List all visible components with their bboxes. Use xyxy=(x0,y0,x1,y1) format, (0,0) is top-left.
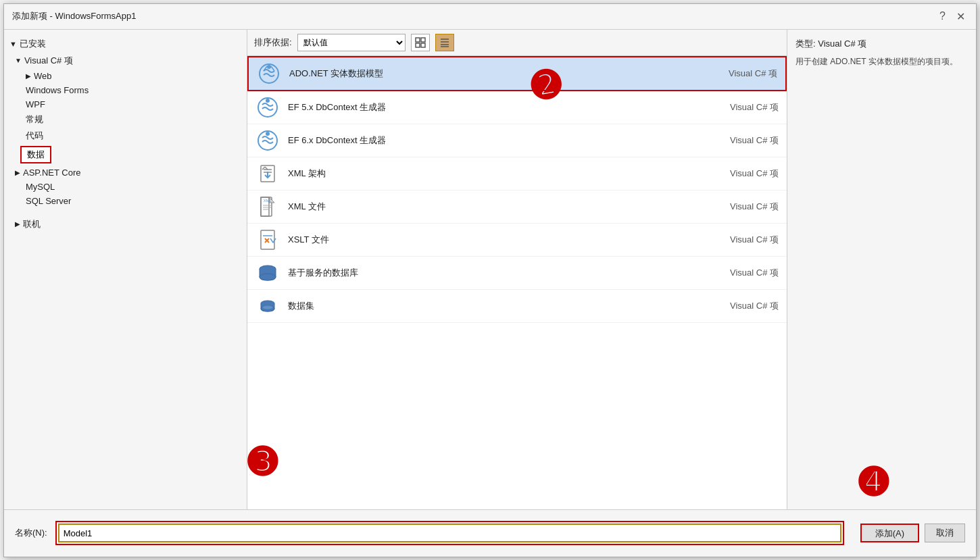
item-category-xslt: Visual C# 项 xyxy=(697,234,779,246)
items-list: ADO.NET 实体数据模型 Visual C# 项 EF 5.x DbCont… xyxy=(247,56,787,509)
code-label: 代码 xyxy=(26,130,43,141)
item-name-ef5: EF 5.x DbContext 生成器 xyxy=(288,101,689,113)
svg-point-29 xyxy=(260,274,276,280)
type-label: 类型: xyxy=(795,39,816,49)
bottom-buttons: 添加(A) 取消 xyxy=(860,524,965,542)
right-panel-type: 类型: Visual C# 项 xyxy=(795,38,968,50)
item-row-ado[interactable]: ADO.NET 实体数据模型 Visual C# 项 xyxy=(247,56,787,91)
service-db-icon xyxy=(255,261,280,285)
add-new-item-dialog: 添加新项 - WindowsFormsApp1 ? ✕ ▼ 已安装 ▼ Visu… xyxy=(3,3,977,557)
center-panel: 排序依据: 默认值 名称 类型 xyxy=(247,30,787,509)
web-label: Web xyxy=(34,71,52,81)
name-input-wrapper xyxy=(55,521,844,545)
item-row-xml-schema[interactable]: XML 架构 Visual C# 项 xyxy=(247,157,787,190)
grid-icon xyxy=(415,37,426,48)
type-value: Visual C# 项 xyxy=(818,39,866,49)
aspnet-arrow-icon: ▶ xyxy=(15,169,20,176)
dialog-title: 添加新项 - WindowsFormsApp1 xyxy=(12,10,136,22)
item-category-dataset: Visual C# 项 xyxy=(697,300,779,312)
dataset-icon xyxy=(255,294,280,318)
web-arrow-icon: ▶ xyxy=(26,72,31,80)
item-category-ef6: Visual C# 项 xyxy=(697,134,779,147)
item-category-xml-file: Visual C# 项 xyxy=(697,201,779,213)
online-label: 联机 xyxy=(23,218,41,230)
list-icon xyxy=(439,37,450,48)
sql-server-label: SQL Server xyxy=(26,196,71,206)
item-name-xslt: XSLT 文件 xyxy=(288,234,689,246)
sidebar-code[interactable]: 代码 xyxy=(4,128,247,144)
sidebar-general[interactable]: 常规 xyxy=(4,111,247,128)
sidebar-data[interactable]: 数据 xyxy=(20,146,51,163)
item-row-ef5[interactable]: EF 5.x DbContext 生成器 Visual C# 项 xyxy=(247,91,787,124)
item-name-dataset: 数据集 xyxy=(288,300,689,312)
sidebar-web[interactable]: ▶ Web xyxy=(4,69,247,83)
sort-select[interactable]: 默认值 名称 类型 xyxy=(297,34,406,51)
sort-label: 排序依据: xyxy=(254,36,292,49)
svg-text:XML: XML xyxy=(264,199,272,203)
sidebar-aspnet-core[interactable]: ▶ ASP.NET Core xyxy=(4,166,247,180)
item-category-service-db: Visual C# 项 xyxy=(697,267,779,279)
sidebar-data-container: 数据 xyxy=(4,144,247,166)
list-view-button[interactable] xyxy=(435,34,454,51)
sidebar-sql-server[interactable]: SQL Server xyxy=(4,194,247,208)
titlebar-controls: ? ✕ xyxy=(937,10,968,23)
sidebar-installed-header[interactable]: ▼ 已安装 xyxy=(4,35,247,53)
aspnet-label: ASP.NET Core xyxy=(23,168,81,178)
right-panel: 类型: Visual C# 项 用于创建 ADO.NET 实体数据模型的项目项。 xyxy=(787,30,976,509)
right-panel-description: 用于创建 ADO.NET 实体数据模型的项目项。 xyxy=(795,55,968,68)
item-name-service-db: 基于服务的数据库 xyxy=(288,267,689,279)
item-category-xml-schema: Visual C# 项 xyxy=(697,168,779,180)
svg-rect-2 xyxy=(416,43,420,47)
close-button[interactable]: ✕ xyxy=(954,10,968,23)
wpf-label: WPF xyxy=(26,99,45,109)
xml-file-icon: XML xyxy=(255,195,280,219)
xslt-icon xyxy=(255,228,280,252)
item-category-ef5: Visual C# 项 xyxy=(697,101,779,113)
main-content: ▼ 已安装 ▼ Visual C# 项 ▶ Web Windows Forms … xyxy=(4,30,976,509)
windows-forms-label: Windows Forms xyxy=(26,85,89,95)
sidebar-wpf[interactable]: WPF xyxy=(4,97,247,111)
sidebar-visual-csharp[interactable]: ▼ Visual C# 项 xyxy=(4,53,247,69)
bottom-bar: 名称(N): 添加(A) 取消 xyxy=(4,509,976,557)
svg-point-13 xyxy=(266,132,270,136)
general-label: 常规 xyxy=(26,114,43,124)
svg-rect-0 xyxy=(416,38,420,42)
visual-csharp-arrow-icon: ▼ xyxy=(15,57,22,64)
item-row-ef6[interactable]: EF 6.x DbContext 生成器 Visual C# 项 xyxy=(247,124,787,157)
sidebar-online[interactable]: ▶ 联机 xyxy=(4,216,247,232)
svg-point-9 xyxy=(267,65,271,69)
item-category-ado: Visual C# 项 xyxy=(696,68,777,80)
xml-schema-icon xyxy=(255,161,280,186)
ef5-icon xyxy=(255,95,280,120)
visual-csharp-label: Visual C# 项 xyxy=(24,55,73,67)
item-name-xml-schema: XML 架构 xyxy=(288,168,689,180)
sidebar: ▼ 已安装 ▼ Visual C# 项 ▶ Web Windows Forms … xyxy=(4,30,247,509)
item-name-xml-file: XML 文件 xyxy=(288,201,689,213)
item-name-ado: ADO.NET 实体数据模型 xyxy=(289,68,688,80)
name-label: 名称(N): xyxy=(15,527,47,539)
installed-label: 已安装 xyxy=(20,38,46,50)
grid-view-button[interactable] xyxy=(411,34,430,51)
name-input[interactable] xyxy=(58,524,841,542)
svg-rect-3 xyxy=(421,43,425,47)
ado-icon xyxy=(257,61,281,86)
toolbar: 排序依据: 默认值 名称 类型 xyxy=(247,30,787,56)
sidebar-mysql[interactable]: MySQL xyxy=(4,180,247,194)
svg-point-32 xyxy=(262,305,273,309)
titlebar: 添加新项 - WindowsFormsApp1 ? ✕ xyxy=(4,4,976,30)
mysql-label: MySQL xyxy=(26,182,55,192)
item-row-xslt[interactable]: XSLT 文件 Visual C# 项 xyxy=(247,224,787,257)
online-arrow-icon: ▶ xyxy=(15,220,20,228)
svg-point-11 xyxy=(266,99,270,103)
item-row-dataset[interactable]: 数据集 Visual C# 项 xyxy=(247,290,787,323)
item-row-service-db[interactable]: 基于服务的数据库 Visual C# 项 xyxy=(247,257,787,290)
sidebar-windows-forms[interactable]: Windows Forms xyxy=(4,83,247,97)
item-row-xml-file[interactable]: XML XML 文件 Visual C# 项 xyxy=(247,190,787,224)
cancel-button[interactable]: 取消 xyxy=(925,524,965,542)
item-name-ef6: EF 6.x DbContext 生成器 xyxy=(288,134,689,147)
svg-rect-1 xyxy=(421,38,425,42)
help-button[interactable]: ? xyxy=(937,10,948,22)
add-button[interactable]: 添加(A) xyxy=(860,524,919,542)
installed-arrow-icon: ▼ xyxy=(9,40,17,48)
ef6-icon xyxy=(255,128,280,153)
